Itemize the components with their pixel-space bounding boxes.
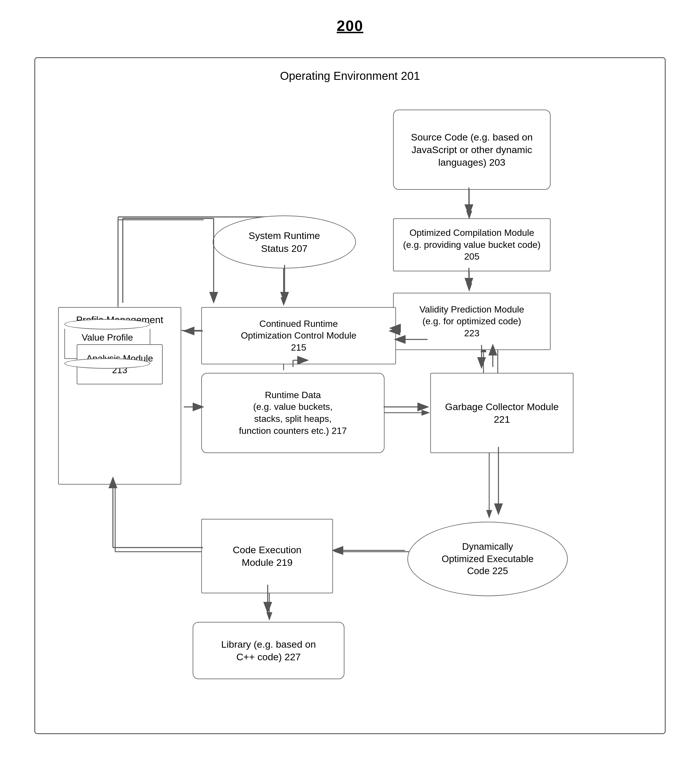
validity-prediction-box: Validity Prediction Module (e.g. for opt… [393,293,550,350]
env-label: Operating Environment 201 [280,70,420,83]
profile-management-box: Profile Management Module 209 Value Prof… [58,307,181,485]
dynamically-optimized-box: Dynamically Optimized Executable Code 22… [408,522,568,596]
code-execution-box: Code Execution Module 219 [201,519,333,593]
library-box: Library (e.g. based on C++ code) 227 [193,622,344,679]
optimized-compilation-box: Optimized Compilation Module (e.g. provi… [393,219,550,271]
cyl-top [64,319,150,329]
validity-prediction-label: Validity Prediction Module (e.g. for opt… [419,304,524,339]
continued-runtime-label: Continued Runtime Optimization Control M… [241,318,356,354]
optimized-compilation-label: Optimized Compilation Module (e.g. provi… [403,227,541,263]
garbage-collector-box: Garbage Collector Module 221 [430,373,573,453]
diagram-container: Operating Environment 201 [34,57,666,734]
cyl-bottom-cap [64,358,150,368]
runtime-data-box: Runtime Data (e.g. value buckets, stacks… [201,373,384,453]
code-execution-label: Code Execution Module 219 [233,543,302,569]
system-runtime-label: System Runtime Status 207 [248,229,320,254]
source-code-label: Source Code (e.g. based on JavaScript or… [397,131,547,169]
garbage-collector-label: Garbage Collector Module 221 [445,400,559,426]
dynamically-optimized-label: Dynamically Optimized Executable Code 22… [442,541,534,578]
system-runtime-box: System Runtime Status 207 [213,215,356,268]
value-profile-cylinder: Value Profile Data 211 [64,319,150,368]
continued-runtime-box: Continued Runtime Optimization Control M… [201,307,396,364]
library-label: Library (e.g. based on C++ code) 227 [221,638,316,663]
source-code-box: Source Code (e.g. based on JavaScript or… [393,109,550,190]
page-title: 200 [0,0,700,34]
runtime-data-label: Runtime Data (e.g. value buckets, stacks… [239,389,347,437]
